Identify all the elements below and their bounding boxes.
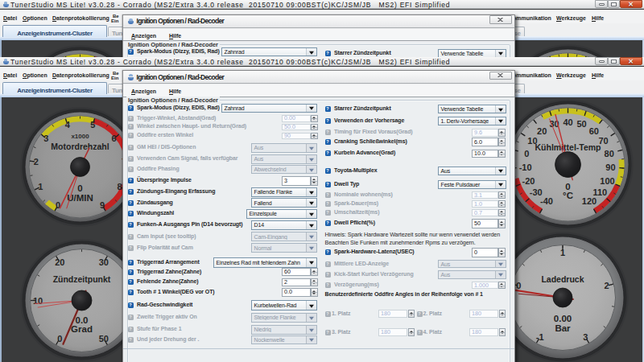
svg-text:°C: °C xyxy=(563,190,573,200)
svg-text:Ladedruck: Ladedruck xyxy=(541,274,584,284)
svg-text:1: 1 xyxy=(38,182,43,191)
svg-text:1: 1 xyxy=(560,248,565,257)
svg-text:3: 3 xyxy=(43,134,48,143)
svg-text:9: 9 xyxy=(99,200,104,210)
svg-text:3: 3 xyxy=(583,332,588,342)
svg-text:40: 40 xyxy=(563,117,572,126)
svg-text:20: 20 xyxy=(55,257,64,267)
svg-text:4: 4 xyxy=(64,119,70,129)
svg-text:Grad: Grad xyxy=(71,323,93,333)
svg-text:Zündzeitpunkt: Zündzeitpunkt xyxy=(52,274,110,283)
svg-text:80: 80 xyxy=(604,148,613,158)
svg-text:6: 6 xyxy=(111,134,116,143)
svg-text:-20: -20 xyxy=(522,175,535,185)
svg-text:5: 5 xyxy=(90,119,95,129)
svg-text:2: 2 xyxy=(605,281,609,290)
svg-text:Kühlmittel-Temp: Kühlmittel-Temp xyxy=(535,142,601,151)
svg-text:120: 120 xyxy=(581,196,596,206)
svg-text:2: 2 xyxy=(33,157,38,167)
svg-text:-30: -30 xyxy=(529,187,542,197)
svg-text:0: 0 xyxy=(524,148,529,158)
svg-text:50: 50 xyxy=(576,119,586,129)
svg-text:0: 0 xyxy=(516,281,521,290)
svg-text:100: 100 xyxy=(600,175,614,185)
svg-text:-10: -10 xyxy=(518,162,531,172)
svg-text:0: 0 xyxy=(77,183,82,192)
svg-text:30: 30 xyxy=(98,257,108,267)
svg-text:90: 90 xyxy=(605,162,615,172)
svg-text:-40: -40 xyxy=(540,196,553,206)
svg-text:8: 8 xyxy=(117,182,122,191)
svg-text:Bar: Bar xyxy=(555,323,571,333)
svg-text:20: 20 xyxy=(537,125,547,135)
svg-text:0.00: 0.00 xyxy=(554,314,572,323)
svg-text:-1: -1 xyxy=(536,332,544,342)
svg-text:60: 60 xyxy=(588,125,598,135)
svg-text:Motordrehzahl: Motordrehzahl xyxy=(51,141,109,150)
svg-text:0: 0 xyxy=(57,333,62,343)
svg-text:x1000: x1000 xyxy=(71,133,89,140)
svg-text:50: 50 xyxy=(98,333,108,343)
